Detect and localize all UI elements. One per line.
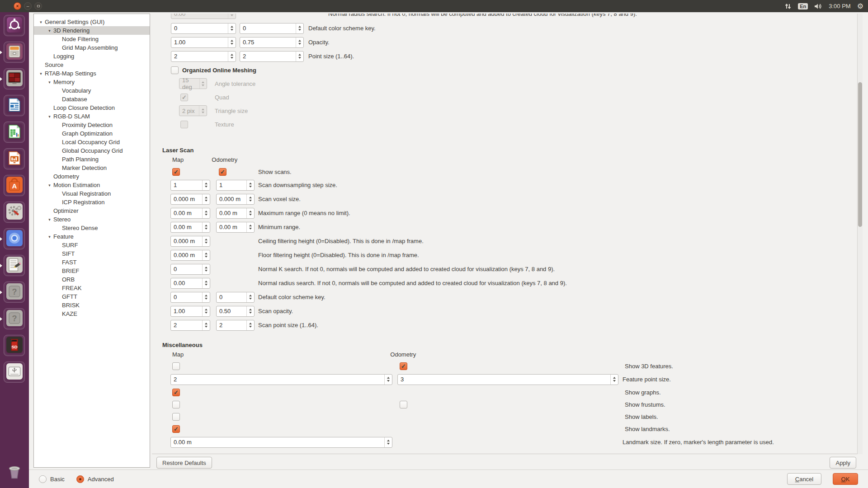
spinbox[interactable]: 0.000 m — [170, 194, 210, 205]
spinbox[interactable]: 0.75 — [240, 37, 304, 48]
spin-up-icon[interactable] — [387, 440, 390, 441]
spin-down-icon[interactable] — [205, 298, 208, 300]
spin-down-icon[interactable] — [249, 186, 252, 188]
launcher-item-text-editor[interactable] — [4, 255, 25, 276]
launcher-item-libreoffice-calc[interactable] — [4, 122, 25, 143]
sidebar-item-orb[interactable]: ORB — [34, 275, 150, 284]
organized-online-meshing-checkbox[interactable] — [171, 66, 179, 74]
sidebar-item-freak[interactable]: FREAK — [34, 284, 150, 292]
sidebar-item-3d-rendering[interactable]: ▾3D Rendering — [34, 26, 150, 35]
sidebar-item-rgb-d-slam[interactable]: ▾RGB-D SLAM — [34, 112, 150, 121]
spinbox[interactable]: 0.00 m — [170, 208, 210, 219]
spin-up-icon[interactable] — [205, 183, 208, 184]
spinbox[interactable]: 0 — [240, 23, 304, 34]
launcher-item-unknown-app[interactable]: ? — [4, 308, 25, 329]
spinbox[interactable]: 2 — [170, 320, 210, 331]
spinbox[interactable]: 1.00 — [170, 306, 210, 317]
spin-up-icon[interactable] — [249, 295, 252, 296]
sidebar-item-fast[interactable]: FAST — [34, 258, 150, 267]
spin-up-icon[interactable] — [298, 54, 301, 56]
spinbox[interactable]: 0.000 m — [170, 236, 210, 247]
apply-button[interactable]: Apply — [830, 457, 856, 469]
spinbox[interactable]: 0.00 m — [216, 222, 255, 233]
expander-triangle-icon[interactable]: ▾ — [47, 28, 52, 33]
cancel-button[interactable]: Cancel — [787, 473, 821, 485]
sidebar-item-feature[interactable]: ▾Feature — [34, 232, 150, 241]
spin-down-icon[interactable] — [205, 256, 208, 258]
sidebar-item-odometry[interactable]: Odometry — [34, 172, 150, 181]
spinbox[interactable]: 3 — [397, 374, 618, 385]
sidebar-item-rtab-map-settings[interactable]: ▾RTAB-Map Settings — [34, 69, 150, 78]
spinbox[interactable]: 2 — [171, 51, 236, 62]
session-gear-icon[interactable]: ⚙ — [857, 2, 863, 10]
launcher-item-usb-drive[interactable] — [4, 361, 25, 383]
spin-up-icon[interactable] — [231, 26, 233, 28]
sidebar-item-gftt[interactable]: GFTT — [34, 292, 150, 301]
sidebar-item-source[interactable]: Source — [34, 61, 150, 69]
clock[interactable]: 3:00 PM — [829, 3, 850, 9]
minimize-icon[interactable]: – — [24, 2, 32, 10]
spin-up-icon[interactable] — [249, 211, 252, 212]
sidebar-item-grid-map-assembling[interactable]: Grid Map Assembling — [34, 43, 150, 52]
launcher-item-ubuntu-software[interactable]: A — [4, 175, 25, 196]
launcher-item-files[interactable] — [4, 42, 25, 63]
sidebar-item-local-occupancy-grid[interactable]: Local Occupancy Grid — [34, 138, 150, 146]
spin-down-icon[interactable] — [249, 228, 252, 230]
sidebar-item-general-settings-gui-[interactable]: ▾General Settings (GUI) — [34, 18, 150, 26]
spin-up-icon[interactable] — [205, 281, 208, 282]
checkbox[interactable] — [172, 362, 180, 370]
spin-up-icon[interactable] — [249, 183, 252, 184]
sidebar-item-stereo[interactable]: ▾Stereo — [34, 215, 150, 224]
sidebar-item-loop-closure-detection[interactable]: Loop Closure Detection — [34, 103, 150, 112]
spin-down-icon[interactable] — [231, 57, 233, 59]
spinbox[interactable]: 0 — [170, 292, 210, 303]
checkbox[interactable] — [400, 401, 407, 408]
sidebar-item-database[interactable]: Database — [34, 95, 150, 103]
spin-down-icon[interactable] — [231, 29, 233, 31]
spin-up-icon[interactable] — [205, 239, 208, 240]
maximize-icon[interactable] — [34, 2, 42, 10]
spin-down-icon[interactable] — [205, 312, 208, 314]
spinbox[interactable]: 2 — [170, 374, 392, 385]
expander-triangle-icon[interactable]: ▾ — [38, 20, 43, 24]
spinbox[interactable]: 0.50 — [216, 306, 255, 317]
checkbox[interactable]: ✓ — [400, 362, 407, 370]
sidebar-item-path-planning[interactable]: Path Planning — [34, 155, 150, 164]
expander-triangle-icon[interactable]: ▾ — [47, 235, 52, 239]
sidebar-item-icp-registration[interactable]: ICP Registration — [34, 198, 150, 206]
spinbox[interactable]: 1.00 — [171, 37, 236, 48]
spin-down-icon[interactable] — [298, 43, 301, 45]
spinbox[interactable]: 0.000 m — [170, 250, 210, 261]
spin-up-icon[interactable] — [249, 309, 252, 310]
spin-up-icon[interactable] — [387, 377, 390, 379]
ok-button[interactable]: OK — [833, 473, 858, 485]
checkbox[interactable]: ✓ — [219, 168, 226, 176]
sidebar-item-stereo-dense[interactable]: Stereo Dense — [34, 224, 150, 232]
spin-up-icon[interactable] — [231, 54, 233, 56]
volume-icon[interactable] — [814, 3, 822, 10]
sidebar-item-vocabulary[interactable]: Vocabulary — [34, 86, 150, 95]
spinbox[interactable]: 0.000 m — [216, 194, 255, 205]
spinbox[interactable]: 0.00 m — [216, 208, 255, 219]
spin-down-icon[interactable] — [249, 312, 252, 314]
expander-triangle-icon[interactable]: ▾ — [47, 114, 52, 119]
sidebar-item-sift[interactable]: SIFT — [34, 249, 150, 258]
spin-down-icon[interactable] — [298, 29, 301, 31]
network-icon[interactable] — [784, 3, 792, 10]
spinbox[interactable]: 1 — [216, 180, 255, 191]
spin-down-icon[interactable] — [205, 200, 208, 202]
spinbox[interactable]: 0 — [171, 23, 236, 34]
sidebar-item-marker-detection[interactable]: Marker Detection — [34, 164, 150, 172]
spin-up-icon[interactable] — [298, 26, 301, 28]
sidebar-item-brisk[interactable]: BRISK — [34, 301, 150, 310]
sidebar-item-memory[interactable]: ▾Memory — [34, 78, 150, 86]
checkbox[interactable]: ✓ — [172, 389, 180, 396]
spin-down-icon[interactable] — [205, 326, 208, 328]
spin-down-icon[interactable] — [231, 43, 233, 45]
spin-down-icon[interactable] — [387, 380, 390, 382]
launcher-item-system-settings[interactable] — [4, 202, 25, 223]
spin-up-icon[interactable] — [205, 211, 208, 212]
launcher-item-sd-card[interactable]: SD — [4, 335, 25, 356]
scrollbar-thumb[interactable] — [858, 82, 862, 227]
expander-triangle-icon[interactable]: ▾ — [47, 217, 52, 222]
